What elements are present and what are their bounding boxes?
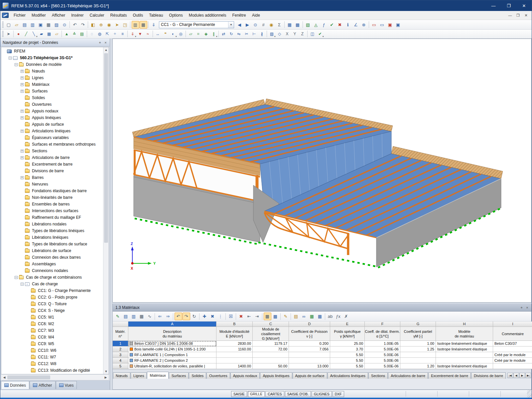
cell-coefficient-partiel-1[interactable]: 1.00 (400, 341, 436, 346)
cell-coefficient-de-poisson-1[interactable]: 0.200 (289, 341, 330, 346)
tree-expander-icon[interactable]: − (9, 57, 12, 60)
cell-description-3[interactable]: RF-LAMINATE 1 | Composition 1 (128, 352, 216, 358)
table-row-material-5[interactable]: 5Ultralam-R, sollicitation de voiles, pa… (113, 363, 531, 369)
tree-item-liberations-nodales[interactable]: Libérations nodales (1, 221, 103, 227)
rotate-icon[interactable]: ↻ (228, 30, 235, 38)
generate-mesh-icon[interactable]: ▦ (286, 21, 294, 29)
tree-expander-icon[interactable]: + (21, 176, 24, 179)
column-letter-E[interactable]: E (330, 322, 365, 327)
structural-model-drawing[interactable]: Z Y X (113, 39, 532, 302)
grid-icon[interactable]: ⌗ (195, 30, 202, 38)
pointer-mode-icon[interactable]: ➤ (113, 21, 121, 29)
cell-commentaire-2[interactable] (493, 346, 532, 352)
cell-module-de-cisaillement-5[interactable]: 50.00 (253, 363, 289, 369)
calculation-icon[interactable]: ƒ (320, 21, 328, 29)
cell-coefficient-partiel-3[interactable] (400, 352, 436, 358)
menu-item-calculer[interactable]: Calculer (87, 11, 107, 20)
status-toggle-saisie-d-ob[interactable]: SAISIE D'OB. (285, 391, 311, 397)
tree-item-cc6-w2[interactable]: CC6: W2 (1, 321, 103, 327)
table-tab-divisions-de-barre[interactable]: Divisions de barre (471, 372, 506, 379)
toolbar-grip[interactable] (2, 22, 4, 28)
close-button[interactable]: ✕ (516, 0, 532, 11)
move-left-icon[interactable]: ⇐ (156, 313, 164, 320)
mirror-icon[interactable]: ⇋ (235, 30, 243, 38)
mdi-close-button[interactable]: ✕ (522, 12, 530, 18)
cell-coefficient-de-poisson-3[interactable] (289, 352, 330, 358)
view-z-icon[interactable]: Z (299, 30, 306, 38)
cell-commentaire-1[interactable]: Beton C30/37 (493, 341, 532, 346)
scroll-left-icon[interactable]: ◀ (1, 375, 7, 380)
new-node-icon[interactable]: ● (15, 30, 22, 38)
info-icon[interactable]: ℹ (344, 21, 352, 29)
mesh-settings-icon[interactable]: ▩ (294, 21, 302, 29)
scrollbar-thumb[interactable] (104, 53, 108, 243)
color-check-icon[interactable]: ✔▾ (317, 30, 324, 38)
tree-item-intersections-des-surfaces[interactable]: Intersections des surfaces (1, 207, 103, 214)
cell-module-d-elasticite-4[interactable] (216, 358, 253, 363)
tree-item-rfem[interactable]: RFEM (1, 48, 103, 55)
measure-icon[interactable]: ∠ (352, 21, 360, 29)
export-excel-icon[interactable]: ▦ (308, 313, 316, 320)
clipping-plane-icon[interactable]: ◫ (309, 30, 316, 38)
tree-horizontal-scrollbar[interactable]: ◀ ▶ (1, 374, 109, 380)
cell-coefficient-de-poisson-5[interactable]: 13.000 (289, 363, 330, 369)
dropdown-caret-icon[interactable]: ▾ (274, 35, 276, 38)
tree-item-non-linearites-de-barre[interactable]: Non-linéarités de barre (1, 194, 103, 201)
settings-icon[interactable]: ⊗ (360, 21, 368, 29)
jump-previous-icon[interactable]: ↶ (175, 313, 182, 320)
tree-item-n-uds[interactable]: +Nœuds (1, 68, 103, 74)
detail-entry-icon[interactable]: ⋮ (217, 313, 224, 320)
mdi-minimize-button[interactable]: — (506, 12, 514, 18)
table-tab-surfaces[interactable]: Surfaces (169, 372, 189, 379)
cell-coeff-de-dilat-therm-4[interactable]: 5.00E-06 (365, 358, 400, 363)
dropdown-caret-icon[interactable]: ▾ (135, 35, 136, 38)
calculator-icon[interactable]: ▦ (316, 313, 324, 320)
copy-icon[interactable]: ▦ (45, 21, 53, 29)
scroll-right-icon[interactable]: ▶ (103, 375, 109, 380)
load-case-selected-value[interactable]: CC1 - G - Charge Permanente (159, 22, 228, 27)
new-nodal-support-icon[interactable]: ▲ (63, 30, 70, 38)
tree-item-appuis-lineiques[interactable]: +Appuis linéiques (1, 114, 103, 121)
tree-item-materiaux[interactable]: +Matériaux (1, 81, 103, 88)
delete-all-icon[interactable]: ✖ (237, 313, 245, 320)
tree-expander-icon[interactable]: + (21, 83, 24, 86)
tree-item-cc10-w6[interactable]: CC10: W6 (1, 347, 103, 354)
tree-item-articulations-de-barre[interactable]: +Articulations de barre (1, 154, 103, 161)
cell-coeff-de-dilat-therm-3[interactable]: 5.00E-06 (365, 352, 400, 358)
table-row-material-3[interactable]: 3RF-LAMINATE 1 | Composition 15.505.00E-… (113, 352, 531, 358)
panel-display-icon[interactable]: ▭ (378, 21, 386, 29)
menu-item-afficher[interactable]: Afficher (49, 11, 68, 20)
table-tab-articulations-de-barre[interactable]: Articulations de barre (388, 372, 428, 379)
new-rib-icon[interactable]: ≡ (119, 30, 126, 38)
menu-item-options[interactable]: Options (166, 11, 186, 20)
table-pin-icon[interactable]: ⌖ (519, 305, 524, 310)
column-letter-F[interactable]: F (365, 322, 400, 327)
add-entry-icon[interactable]: ✚ (201, 313, 208, 320)
dropdown-caret-icon[interactable]: ▾ (176, 35, 177, 38)
open-project-icon[interactable]: ▤ (21, 21, 29, 29)
tree-item-ensembles-de-barres[interactable]: Ensembles de barres (1, 201, 103, 207)
jump-next-icon[interactable]: ↷ (183, 313, 190, 320)
new-division-icon[interactable]: ÷ (111, 30, 119, 38)
cell-modele-3[interactable] (436, 352, 493, 358)
show-results-icon[interactable]: ▧ (304, 21, 312, 29)
tree-item-ouvertures[interactable]: Ouvertures (1, 101, 103, 108)
zoom-window-icon[interactable]: ◧ (89, 21, 97, 29)
row-number[interactable]: 3 (113, 352, 128, 358)
panel-control-icon[interactable]: ▭ (370, 21, 378, 29)
tree-item-sections[interactable]: +Sections (1, 148, 103, 154)
cell-commentaire-3[interactable]: Créé par le module (493, 352, 532, 358)
tree-expander-icon[interactable]: − (15, 276, 18, 279)
tree-item-cc4-s-neige[interactable]: CC4: S - Neige (1, 307, 103, 314)
tree-item-donnees-de-modele[interactable]: −Données de modèle (1, 61, 103, 68)
minimize-button[interactable]: — (486, 0, 501, 11)
row-number[interactable]: 4 (113, 358, 128, 363)
new-member-hinge-icon[interactable]: ◌ (88, 30, 96, 38)
tree-item-cc13-modification-de-rigidite[interactable]: CC13: Modification de rigidité (1, 367, 103, 374)
load-cases-icon[interactable]: ▼ (137, 30, 144, 38)
load-case-combobox[interactable]: CC1 - G - Charge Permanente ▼ (159, 21, 234, 28)
cell-description-1[interactable]: Béton C30/37 | DIN 1045-1:2008-08 (128, 341, 216, 346)
tree-item-560-21-telepherique-3s-g1[interactable]: −560.21-Téléphérique 3S-G1* (1, 55, 103, 61)
tree-item-cc9-w5[interactable]: CC9: W5 (1, 340, 103, 347)
tree-item-fondations-elastiques-de-barre[interactable]: Fondations élastiques de barre (1, 188, 103, 194)
